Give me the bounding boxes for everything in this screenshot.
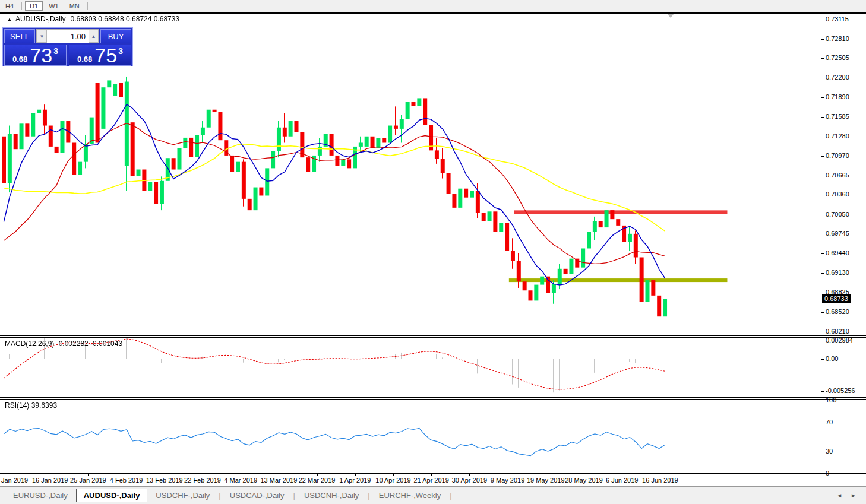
sell-price-pip: 3 xyxy=(53,46,58,56)
tab-scroll-left-icon[interactable]: ◄ xyxy=(836,492,842,499)
buy-price-small: 0.68 xyxy=(77,55,92,64)
date-tick xyxy=(546,474,546,476)
price-tick-label-tick xyxy=(821,253,824,254)
price-tick-label: 0.69130 xyxy=(826,269,849,276)
rsi-tick-label-tick xyxy=(821,423,824,423)
period-button-w1[interactable]: W1 xyxy=(44,1,64,11)
price-tick-label: 0.73115 xyxy=(826,15,849,23)
volume-input[interactable]: 1.00 xyxy=(47,30,89,43)
chart-title: ▲ AUDUSD-,Daily 0.68803 0.68848 0.68724 … xyxy=(7,15,179,23)
date-tick xyxy=(584,474,584,476)
sell-price-small: 0.68 xyxy=(12,55,27,64)
price-tick-label: 0.69745 xyxy=(826,230,849,237)
date-tick xyxy=(279,474,279,476)
date-tick xyxy=(660,474,660,476)
price-tick-label-tick xyxy=(821,215,824,215)
symbol-tab-eurusd[interactable]: EURUSD-,Daily xyxy=(5,489,76,502)
pane-separator[interactable] xyxy=(0,397,866,398)
buy-button[interactable]: BUY xyxy=(100,29,131,43)
buy-price-display[interactable]: 0.68 75 3 xyxy=(69,45,131,66)
macd-tick-label-tick xyxy=(821,391,824,392)
price-axis[interactable]: 0.731150.728100.725050.722000.718900.715… xyxy=(821,12,866,474)
rsi-tick-label-tick xyxy=(821,452,824,452)
symbol-tab-eurchf[interactable]: EURCHF-,Weekly xyxy=(371,489,450,502)
price-tick-label-tick xyxy=(821,195,824,195)
symbol-collapse-icon[interactable]: ▲ xyxy=(7,17,12,22)
price-tick-label: 0.72200 xyxy=(826,74,849,81)
chart-plot-area[interactable] xyxy=(0,12,821,474)
date-tick xyxy=(431,474,432,476)
date-tick xyxy=(393,474,394,476)
price-tick-label: 0.72810 xyxy=(826,35,849,42)
price-tick-label: 0.72505 xyxy=(826,54,849,61)
date-axis[interactable]: 7 Jan 201916 Jan 201925 Jan 20194 Feb 20… xyxy=(0,474,821,486)
price-tick-label: 0.68210 xyxy=(826,328,849,335)
sell-price-big: 73 xyxy=(30,45,52,65)
pane-separator[interactable] xyxy=(0,335,866,336)
sell-button[interactable]: SELL xyxy=(4,29,35,43)
price-tick-label-tick xyxy=(821,39,824,40)
tab-scroll-right-icon[interactable]: ► xyxy=(851,492,856,499)
buy-price-big: 75 xyxy=(94,45,117,65)
symbol-tab-usdchf[interactable]: USDCHF-,Daily xyxy=(147,489,218,502)
price-tick-label-tick xyxy=(821,176,824,176)
price-tick-label: 0.70050 xyxy=(826,211,849,218)
macd-tick-label: 0.00 xyxy=(826,355,838,362)
price-tick-label-tick xyxy=(821,234,824,234)
current-price-label: 0.68733 xyxy=(822,294,851,303)
period-toolbar: H4 D1 W1 MN xyxy=(0,0,866,12)
rsi-tick-label: 30 xyxy=(826,448,833,455)
price-tick-label-tick xyxy=(821,117,824,118)
period-button-h4[interactable]: H4 xyxy=(1,1,18,11)
price-tick-label-tick xyxy=(821,78,824,78)
price-tick-label-tick xyxy=(821,293,824,293)
one-click-trade-panel: SELL ▼ 1.00 ▲ BUY 0.68 73 3 0.68 75 3 xyxy=(2,27,133,66)
price-tick-label-tick xyxy=(821,273,824,274)
date-tick xyxy=(50,474,50,476)
volume-stepper: ▼ 1.00 ▲ xyxy=(36,29,99,43)
rsi-tick-label-tick xyxy=(821,401,824,401)
price-tick-label: 0.71280 xyxy=(826,132,849,140)
chart-title-ohlc: 0.68803 0.68848 0.68724 0.68733 xyxy=(71,15,180,23)
date-tick xyxy=(469,474,470,476)
pane-separator[interactable] xyxy=(0,337,866,338)
macd-tick-label: -0.005256 xyxy=(826,387,855,394)
period-button-mn[interactable]: MN xyxy=(65,1,84,11)
symbol-tab-audusd[interactable]: AUDUSD-,Daily xyxy=(76,489,148,502)
price-tick-label: 0.71890 xyxy=(826,93,849,100)
volume-decrease-icon[interactable]: ▼ xyxy=(37,30,47,43)
price-tick-label-tick xyxy=(821,137,824,137)
macd-tick-label-tick xyxy=(821,359,824,360)
date-tick xyxy=(241,474,241,476)
toolbar-divider xyxy=(21,2,22,10)
price-tick-label: 0.70360 xyxy=(826,191,849,198)
date-tick xyxy=(88,474,89,476)
date-tick xyxy=(127,474,127,476)
chart-top-border xyxy=(0,12,866,14)
rsi-indicator-label: RSI(14) 39.6393 xyxy=(5,401,57,410)
macd-tick-label-tick xyxy=(821,341,824,341)
volume-increase-icon[interactable]: ▲ xyxy=(89,30,99,43)
pane-separator[interactable] xyxy=(0,399,866,400)
price-tick-label-tick xyxy=(821,312,824,313)
sell-price-display[interactable]: 0.68 73 3 xyxy=(4,45,67,66)
date-tick xyxy=(12,474,12,476)
rsi-tick-label: 70 xyxy=(826,419,833,426)
mt4-window: H4 D1 W1 MN 0.731150.728100.725050.72200… xyxy=(0,0,866,504)
symbol-tab-bar: EURUSD-,DailyAUDUSD-,DailyUSDCHF-,Daily|… xyxy=(0,486,866,504)
macd-indicator-label: MACD(12,26,9) -0.002282 -0.001043 xyxy=(5,340,122,348)
price-tick-label-tick xyxy=(821,332,824,332)
chart-shift-marker-icon[interactable] xyxy=(668,14,674,18)
price-tick-label: 0.71585 xyxy=(826,113,849,120)
chart-bottom-border xyxy=(0,473,866,474)
price-tick-label: 0.70665 xyxy=(826,172,849,179)
symbol-tab-usdcad[interactable]: USDCAD-,Daily xyxy=(222,489,293,502)
macd-tick-label: 0.002984 xyxy=(826,337,853,344)
tab-divider: | xyxy=(449,491,452,500)
price-tick-label-tick xyxy=(821,58,824,59)
price-tick-label-tick xyxy=(821,156,824,157)
date-tick xyxy=(355,474,356,476)
date-tick-label: 16 Jun 2019 xyxy=(636,477,684,484)
symbol-tab-usdcnh[interactable]: USDCNH-,Daily xyxy=(296,489,367,502)
period-button-d1[interactable]: D1 xyxy=(25,1,43,11)
